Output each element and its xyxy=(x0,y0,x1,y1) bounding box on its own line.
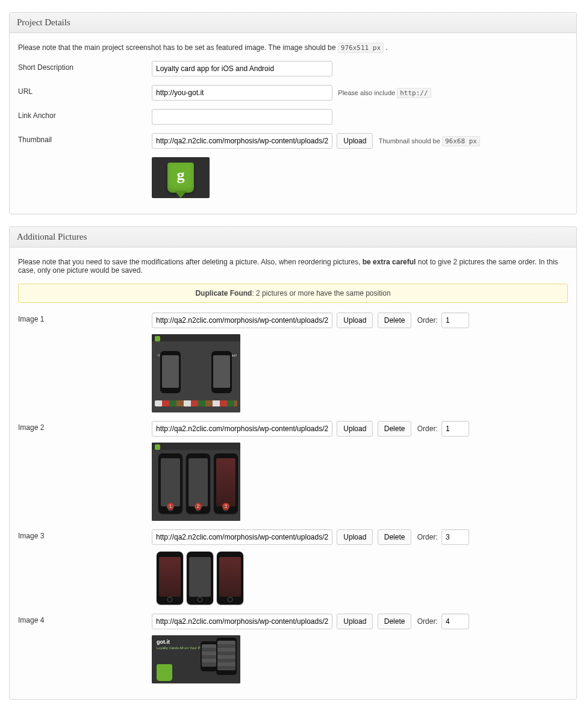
additional-pictures-title: Additional Pictures xyxy=(10,227,576,247)
project-details-note: Please note that the main project screen… xyxy=(18,43,568,52)
row-image-2: Image 2 Upload Delete Order: 1 2 3 xyxy=(18,421,568,521)
url-label: URL xyxy=(18,85,152,96)
link-anchor-input[interactable] xyxy=(152,109,332,125)
image-3-order-input[interactable] xyxy=(441,529,469,545)
image-1-order-input[interactable] xyxy=(441,313,469,328)
image-2-order-wrap: Order: xyxy=(417,421,469,437)
g-logo-icon: g xyxy=(167,163,194,193)
project-details-panel: Project Details Please note that the mai… xyxy=(9,12,577,214)
image-1-preview: I'm a Customer!I'm a Merchant! xyxy=(152,334,240,412)
image-2-input[interactable] xyxy=(152,421,332,437)
row-short-description: Short Description xyxy=(18,61,568,76)
image-4-upload-button[interactable]: Upload xyxy=(337,614,373,629)
image-3-label: Image 3 xyxy=(18,529,152,540)
image-4-delete-button[interactable]: Delete xyxy=(378,614,412,629)
image-1-label: Image 1 xyxy=(18,313,152,323)
row-image-4: Image 4 Upload Delete Order: got.it Loya… xyxy=(18,614,568,683)
link-anchor-label: Link Anchor xyxy=(18,109,152,120)
project-details-body: Please note that the main project screen… xyxy=(10,33,576,214)
url-input[interactable] xyxy=(152,85,332,101)
additional-pictures-body: Please note that you need to save the mo… xyxy=(10,247,576,699)
warning-bold: Duplicate Found xyxy=(195,289,252,297)
order-label: Order: xyxy=(417,316,438,325)
image-1-input[interactable] xyxy=(152,313,332,328)
image-3-input[interactable] xyxy=(152,529,332,545)
short-description-input[interactable] xyxy=(152,61,332,76)
duplicate-warning: Duplicate Found: 2 pictures or more have… xyxy=(18,284,568,303)
thumbnail-label: Thumbnail xyxy=(18,133,152,144)
image-2-label: Image 2 xyxy=(18,421,152,432)
project-details-title: Project Details xyxy=(10,13,576,33)
image-3-order-wrap: Order: xyxy=(417,529,469,545)
thumbnail-hint: Thumbnail should be 96x68 px xyxy=(379,137,480,145)
image-4-order-input[interactable] xyxy=(441,614,469,629)
image-4-input[interactable] xyxy=(152,614,332,629)
url-hint: Please also include http:// xyxy=(338,89,431,97)
thumbnail-preview: g xyxy=(152,157,210,198)
image-2-order-input[interactable] xyxy=(441,421,469,437)
short-description-label: Short Description xyxy=(18,61,152,72)
note-text-post: . xyxy=(385,43,387,52)
image-3-upload-button[interactable]: Upload xyxy=(337,529,373,545)
thumbnail-upload-button[interactable]: Upload xyxy=(337,133,373,149)
row-link-anchor: Link Anchor xyxy=(18,109,568,125)
additional-note: Please note that you need to save the mo… xyxy=(18,258,568,275)
image-3-preview xyxy=(152,551,248,605)
additional-pictures-panel: Additional Pictures Please note that you… xyxy=(9,226,577,700)
image-4-label: Image 4 xyxy=(18,614,152,624)
image-1-order-wrap: Order: xyxy=(417,313,469,328)
image-1-delete-button[interactable]: Delete xyxy=(378,313,412,328)
row-image-3: Image 3 Upload Delete Order: xyxy=(18,529,568,605)
order-label: Order: xyxy=(417,533,438,541)
image-4-preview: got.it Loyalty Cards All on Your Phone! xyxy=(152,635,240,683)
row-url: URL Please also include http:// xyxy=(18,85,568,101)
image-2-upload-button[interactable]: Upload xyxy=(337,421,373,437)
note-code: 976x511 px xyxy=(338,43,384,53)
image-4-order-wrap: Order: xyxy=(417,614,469,629)
note-text: Please note that the main project screen… xyxy=(18,43,338,52)
warning-rest: : 2 pictures or more have the same posit… xyxy=(252,289,390,297)
order-label: Order: xyxy=(417,425,438,433)
image-2-delete-button[interactable]: Delete xyxy=(378,421,412,437)
thumbnail-input[interactable] xyxy=(152,133,332,149)
order-label: Order: xyxy=(417,617,438,626)
image-3-delete-button[interactable]: Delete xyxy=(378,529,412,545)
row-image-1: Image 1 Upload Delete Order: I'm a Custo… xyxy=(18,313,568,412)
image-2-preview: 1 2 3 xyxy=(152,443,240,521)
image-1-upload-button[interactable]: Upload xyxy=(337,313,373,328)
row-thumbnail: Thumbnail Upload Thumbnail should be 96x… xyxy=(18,133,568,198)
